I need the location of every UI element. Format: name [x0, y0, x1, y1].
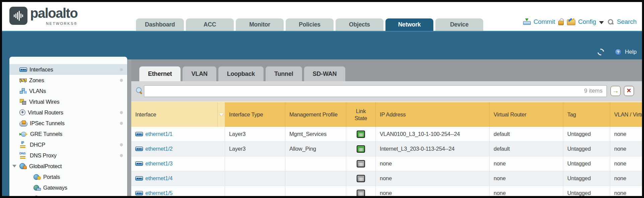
table-row[interactable]: ethernet1/4nonenoneUntaggednone — [131, 171, 642, 186]
subtab-loopback[interactable]: Loopback — [218, 66, 264, 81]
subtab-tunnel[interactable]: Tunnel — [266, 66, 302, 81]
filter-input[interactable] — [144, 85, 607, 97]
sidebar-item-partial[interactable] — [9, 193, 127, 196]
brand-sub: NETWORKS® — [46, 21, 77, 26]
cell-profile: Mgmt_Services — [285, 127, 346, 141]
cell-link — [346, 156, 376, 171]
nav-tab-monitor[interactable]: Monitor — [236, 18, 284, 31]
sidebar-item-interfaces[interactable]: Interfaces — [9, 64, 127, 75]
table-row[interactable]: ethernet1/1Layer3Mgmt_ServicesVLAN0100_L… — [131, 127, 642, 142]
refresh-icon[interactable] — [596, 47, 605, 57]
help-link[interactable]: Help — [625, 49, 637, 55]
clear-filter-button[interactable]: × — [624, 86, 634, 96]
sidebar-item-label: VLANs — [29, 88, 46, 94]
interface-icon — [135, 132, 143, 136]
search-icon[interactable] — [607, 19, 614, 25]
interface-icon — [135, 161, 143, 166]
column-header-ip[interactable]: IP Address — [376, 102, 490, 127]
cell-interface: ethernet1/1 — [131, 127, 225, 141]
sidebar-item-label: Gateways — [43, 185, 67, 191]
table-row[interactable]: ethernet1/5nonenoneUntaggednone — [131, 186, 642, 196]
sidebar-item-virtual-routers[interactable]: +Virtual Routers — [9, 107, 127, 118]
sidebar-item-dns-proxy[interactable]: DNS Proxy — [9, 150, 127, 161]
cell-type — [225, 156, 285, 171]
sidebar-item-portals[interactable]: Portals — [9, 171, 127, 182]
sidebar-item-dhcp[interactable]: DHCP — [9, 139, 127, 150]
cell-virtual_router: none — [490, 186, 563, 196]
column-header-label: Management Profile — [289, 111, 338, 118]
config-link[interactable]: Config — [578, 18, 596, 26]
column-header-link[interactable]: Link State — [346, 102, 376, 127]
apply-filter-button[interactable]: → — [611, 86, 621, 96]
sidebar-item-gateways[interactable]: Gateways — [9, 182, 127, 193]
table-row[interactable]: ethernet1/2Layer3Allow_PingInternet_L3_2… — [131, 142, 642, 156]
column-header-vlan[interactable]: VLAN / Virtual Wire — [610, 102, 642, 127]
cell-interface: ethernet1/3 — [131, 156, 225, 171]
filter-bar: 9 items → × — [131, 81, 642, 101]
cell-virtual_router: default — [490, 127, 563, 141]
top-header: paloalto NETWORKS® DashboardACCMonitorPo… — [2, 2, 642, 31]
item-dot — [120, 154, 123, 157]
sidebar-item-ipsec-tunnels[interactable]: IPSec Tunnels — [9, 118, 127, 129]
nav-tab-dashboard[interactable]: Dashboard — [136, 18, 184, 31]
cell-tag: Untagged — [563, 186, 610, 196]
nav-tab-network[interactable]: Network — [385, 18, 433, 31]
help-icon[interactable]: ? — [615, 49, 622, 55]
interface-link[interactable]: ethernet1/4 — [145, 175, 172, 182]
lock-icon[interactable] — [558, 18, 564, 25]
sort-dropdown[interactable] — [217, 102, 225, 127]
cell-profile — [285, 171, 346, 186]
column-header-profile[interactable]: Management Profile — [285, 102, 346, 127]
interface-icon — [135, 191, 143, 195]
search-link[interactable]: Search — [617, 18, 637, 26]
interface-link[interactable]: ethernet1/5 — [145, 190, 172, 196]
nav-tab-acc[interactable]: ACC — [186, 18, 234, 31]
nav-tab-device[interactable]: Device — [435, 18, 483, 31]
cell-tag: Untagged — [563, 127, 610, 141]
commit-icon[interactable] — [523, 18, 530, 25]
cell-vlan: none — [610, 156, 642, 171]
column-header-label: Virtual Router — [494, 111, 526, 118]
vlans-icon — [19, 88, 27, 94]
cell-vlan: none — [610, 127, 642, 141]
cell-ip: VLAN0100_L3_10-1-100-254--24 — [376, 127, 490, 141]
table-row[interactable]: ethernet1/3nonenoneUntaggednone — [131, 156, 642, 171]
expand-collapse-icon[interactable] — [12, 165, 16, 167]
subtab-ethernet[interactable]: Ethernet — [139, 66, 181, 81]
interface-link[interactable]: ethernet1/1 — [145, 131, 172, 137]
sidebar-item-label: IPSec Tunnels — [30, 120, 65, 127]
cell-type: Layer3 — [225, 127, 285, 141]
cell-ip: none — [376, 156, 490, 171]
cell-link — [346, 186, 376, 196]
column-header-type[interactable]: Interface Type — [225, 102, 285, 127]
portals-icon — [33, 174, 41, 180]
subtab-sd-wan[interactable]: SD-WAN — [304, 66, 346, 81]
column-header-interface[interactable]: Interface — [131, 102, 225, 127]
config-icon[interactable] — [567, 18, 575, 25]
table-body: ethernet1/1Layer3Mgmt_ServicesVLAN0100_L… — [131, 127, 642, 196]
interface-link[interactable]: ethernet1/3 — [145, 160, 172, 167]
sort-arrow-icon — [219, 113, 224, 116]
column-header-label: Interface Type — [229, 111, 263, 118]
virtual-wires-icon — [19, 99, 27, 104]
panel-splitter[interactable] — [127, 59, 131, 196]
cell-ip: none — [376, 171, 490, 186]
interface-link[interactable]: ethernet1/2 — [145, 146, 172, 152]
subtab-vlan[interactable]: VLAN — [183, 66, 216, 81]
nav-tab-objects[interactable]: Objects — [336, 18, 383, 31]
sidebar-item-gre-tunnels[interactable]: GRE Tunnels — [9, 129, 127, 139]
sidebar-item-zones[interactable]: Zones — [9, 75, 127, 86]
column-header-tag[interactable]: Tag — [563, 102, 610, 127]
sidebar-item-globalprotect[interactable]: GlobalProtect — [9, 161, 127, 171]
column-header-virtual_router[interactable]: Virtual Router — [490, 102, 563, 127]
column-header-label: Interface — [135, 111, 156, 118]
sidebar-item-virtual-wires[interactable]: Virtual Wires — [9, 96, 127, 107]
interfaces-table: InterfaceInterface TypeManagement Profil… — [131, 101, 642, 196]
sidebar-item-vlans[interactable]: VLANs — [9, 86, 127, 96]
cell-vlan: none — [610, 142, 642, 156]
nav-tab-policies[interactable]: Policies — [286, 18, 334, 31]
config-caret-icon[interactable] — [599, 21, 604, 24]
cell-profile — [285, 186, 346, 196]
commit-link[interactable]: Commit — [533, 18, 555, 26]
nav-tabs: DashboardACCMonitorPoliciesObjectsNetwor… — [136, 18, 483, 31]
